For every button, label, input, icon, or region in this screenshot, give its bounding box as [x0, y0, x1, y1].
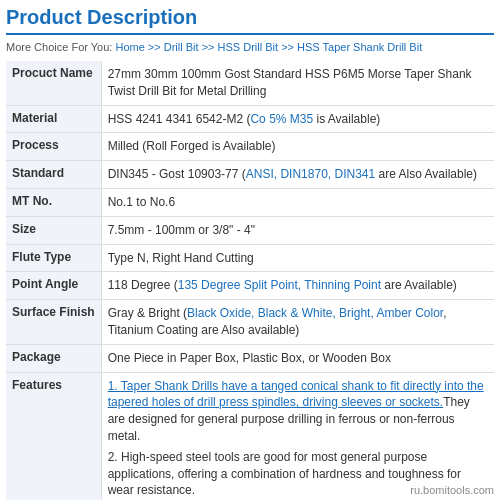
row-label: Flute Type — [6, 244, 101, 272]
row-label-features: Features — [6, 372, 101, 500]
row-label: MT No. — [6, 188, 101, 216]
list-item: 1. Taper Shank Drills have a tanged coni… — [108, 378, 488, 445]
row-label: Material — [6, 105, 101, 133]
row-label: Process — [6, 133, 101, 161]
table-row: Material HSS 4241 4341 6542-M2 (Co 5% M3… — [6, 105, 494, 133]
table-row: Size 7.5mm - 100mm or 3/8" - 4" — [6, 216, 494, 244]
breadcrumb-home[interactable]: Home — [115, 41, 144, 53]
footer-domain: ru.bomitools.com — [410, 484, 494, 496]
breadcrumb-taper[interactable]: HSS Taper Shank Drill Bit — [297, 41, 422, 53]
table-row: Point Angle 118 Degree (135 Degree Split… — [6, 272, 494, 300]
breadcrumb-sep1: >> — [148, 41, 164, 53]
table-row: Package One Piece in Paper Box, Plastic … — [6, 344, 494, 372]
table-row-features: Features 1. Taper Shank Drills have a ta… — [6, 372, 494, 500]
page-title: Product Description — [6, 6, 494, 35]
breadcrumb-sep2: >> — [202, 41, 218, 53]
table-row: Procuct Name 27mm 30mm 100mm Gost Standa… — [6, 61, 494, 105]
table-row: Surface Finish Gray & Bright (Black Oxid… — [6, 300, 494, 345]
row-value: Milled (Roll Forged is Available) — [101, 133, 494, 161]
breadcrumb: More Choice For You: Home >> Drill Bit >… — [6, 41, 494, 53]
table-row: MT No. No.1 to No.6 — [6, 188, 494, 216]
row-value: HSS 4241 4341 6542-M2 (Co 5% M35 is Avai… — [101, 105, 494, 133]
breadcrumb-drillbit[interactable]: Drill Bit — [164, 41, 199, 53]
table-row: Standard DIN345 - Gost 10903-77 (ANSI, D… — [6, 161, 494, 189]
row-value: 27mm 30mm 100mm Gost Standard HSS P6M5 M… — [101, 61, 494, 105]
standard-highlight: ANSI, DIN1870, DIN341 — [246, 167, 375, 181]
breadcrumb-sep3: >> — [281, 41, 297, 53]
row-label: Procuct Name — [6, 61, 101, 105]
row-value: 118 Degree (135 Degree Split Point, Thin… — [101, 272, 494, 300]
row-value: Type N, Right Hand Cutting — [101, 244, 494, 272]
point-highlight: 135 Degree Split Point, Thinning Point — [178, 278, 381, 292]
row-label: Size — [6, 216, 101, 244]
feature-link-1: 1. Taper Shank Drills have a tanged coni… — [108, 379, 484, 410]
row-value: No.1 to No.6 — [101, 188, 494, 216]
row-value: DIN345 - Gost 10903-77 (ANSI, DIN1870, D… — [101, 161, 494, 189]
page-wrapper: Product Description More Choice For You:… — [0, 0, 500, 500]
features-list: 1. Taper Shank Drills have a tanged coni… — [108, 378, 488, 500]
breadcrumb-hss[interactable]: HSS Drill Bit — [218, 41, 279, 53]
row-label: Package — [6, 344, 101, 372]
row-value: Gray & Bright (Black Oxide, Black & Whit… — [101, 300, 494, 345]
row-label: Point Angle — [6, 272, 101, 300]
row-value: 7.5mm - 100mm or 3/8" - 4" — [101, 216, 494, 244]
row-label: Standard — [6, 161, 101, 189]
row-label: Surface Finish — [6, 300, 101, 345]
table-row: Flute Type Type N, Right Hand Cutting — [6, 244, 494, 272]
row-value-features: 1. Taper Shank Drills have a tanged coni… — [101, 372, 494, 500]
table-row: Process Milled (Roll Forged is Available… — [6, 133, 494, 161]
breadcrumb-label: More Choice For You: — [6, 41, 112, 53]
material-highlight: Co 5% M35 — [250, 112, 313, 126]
row-value: One Piece in Paper Box, Plastic Box, or … — [101, 344, 494, 372]
product-table: Procuct Name 27mm 30mm 100mm Gost Standa… — [6, 61, 494, 500]
surface-highlight: Black Oxide, Black & White, Bright, Ambe… — [187, 306, 443, 320]
